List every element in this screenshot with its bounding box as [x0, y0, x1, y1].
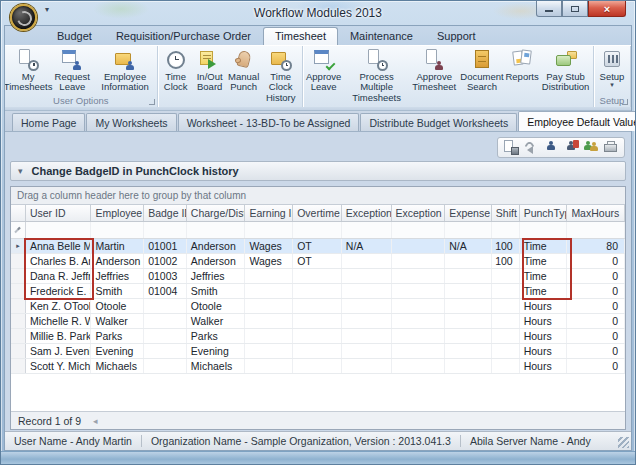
grid-cell[interactable]: [293, 359, 342, 373]
dialog-launcher-icon[interactable]: [149, 99, 155, 105]
grid-cell[interactable]: Martin: [91, 239, 144, 253]
manual-punch-button[interactable]: Manual Punch: [227, 47, 261, 95]
grid-cell[interactable]: Parks: [187, 329, 246, 343]
ribbon-tab-maintenance[interactable]: Maintenance: [338, 27, 425, 45]
column-header[interactable]: Overtime ID: [293, 205, 342, 221]
grid-cell[interactable]: Anderson: [187, 254, 246, 268]
grid-cell[interactable]: Millie B. Parks: [26, 329, 92, 343]
ribbon-tab-budget[interactable]: Budget: [45, 27, 104, 45]
ribbon-tab-support[interactable]: Support: [425, 27, 488, 45]
grid-cell[interactable]: Smith: [187, 284, 246, 298]
grid-cell[interactable]: Wages: [245, 239, 293, 253]
users-icon[interactable]: [583, 140, 599, 155]
grid-cell[interactable]: [144, 359, 187, 373]
grid-cell[interactable]: [392, 329, 446, 343]
table-row[interactable]: Ken Z. OTooleOtooleOtooleHours0: [11, 299, 625, 314]
grid-cell[interactable]: Hours: [520, 314, 568, 328]
grid-cell[interactable]: Otoole: [187, 299, 246, 313]
grid-cell[interactable]: [445, 269, 492, 283]
grid-cell[interactable]: Hours: [520, 344, 568, 358]
approve-timesheet-button[interactable]: Approve Timesheet: [410, 47, 459, 95]
grid-cell[interactable]: [293, 314, 342, 328]
setup-button[interactable]: Setup ▾: [595, 47, 629, 89]
grid-cell[interactable]: 0: [567, 284, 625, 298]
column-header[interactable]: Employee ID: [91, 205, 144, 221]
ribbon-tab-requisition[interactable]: Requisition/Purchase Order: [104, 27, 263, 45]
grid-cell[interactable]: [245, 299, 293, 313]
group-by-bar[interactable]: Drag a column header here to group by th…: [11, 187, 625, 205]
maximize-button[interactable]: [562, 1, 588, 17]
filter-cell[interactable]: [26, 222, 92, 238]
grid-cell[interactable]: [144, 314, 187, 328]
grid-cell[interactable]: Time: [520, 239, 568, 253]
grid-cell[interactable]: [144, 329, 187, 343]
user-red-icon[interactable]: [563, 140, 579, 155]
minimize-button[interactable]: [536, 1, 562, 17]
grid-cell[interactable]: [445, 284, 492, 298]
grid-cell[interactable]: 01003: [144, 269, 187, 283]
column-header[interactable]: Exception B: [392, 205, 446, 221]
ribbon-tab-timesheet[interactable]: Timesheet: [263, 27, 338, 45]
grid-cell[interactable]: 01002: [144, 254, 187, 268]
grid-cell[interactable]: [293, 299, 342, 313]
grid-cell[interactable]: [392, 254, 446, 268]
grid-cell[interactable]: [293, 329, 342, 343]
column-header[interactable]: MaxHours: [567, 205, 625, 221]
grid-cell[interactable]: Parks: [91, 329, 144, 343]
title-bar[interactable]: ▾ Workflow Modules 2013 ×: [1, 1, 635, 25]
grid-cell[interactable]: [293, 269, 342, 283]
column-header[interactable]: Shift: [492, 205, 520, 221]
grid-cell[interactable]: [445, 314, 492, 328]
grid-cell[interactable]: Otoole: [91, 299, 144, 313]
grid-cell[interactable]: [392, 269, 446, 283]
table-row[interactable]: Dana R. JeffriesJeffries01003JeffriesTim…: [11, 269, 625, 284]
tab-distribute-budget-worksheets[interactable]: Distribute Budget Worksheets: [360, 113, 517, 131]
grid-cell[interactable]: 0: [567, 329, 625, 343]
filter-cell[interactable]: [567, 222, 625, 238]
grid-cell[interactable]: Anna Belle Martin: [26, 239, 92, 253]
grid-cell[interactable]: [492, 314, 520, 328]
grid-cell[interactable]: Michelle R. Walker: [26, 314, 92, 328]
grid-cell[interactable]: [342, 284, 392, 298]
undo-icon[interactable]: [523, 140, 539, 155]
table-row[interactable]: Michelle R. WalkerWalkerWalkerHours0: [11, 314, 625, 329]
user-icon[interactable]: [543, 140, 559, 155]
column-header[interactable]: Earning ID: [245, 205, 293, 221]
grid-cell[interactable]: [245, 344, 293, 358]
grid-cell[interactable]: [392, 239, 446, 253]
document-search-button[interactable]: Document Search: [459, 47, 505, 95]
filter-cell[interactable]: [245, 222, 293, 238]
column-header[interactable]: Exception A: [342, 205, 392, 221]
filter-cell[interactable]: [445, 222, 492, 238]
request-leave-button[interactable]: Request Leave: [50, 47, 94, 95]
grid-cell[interactable]: [492, 269, 520, 283]
grid-cell[interactable]: Hours: [520, 329, 568, 343]
grid-cell[interactable]: [144, 299, 187, 313]
grid-cell[interactable]: [392, 299, 446, 313]
grid-cell[interactable]: [342, 359, 392, 373]
grid-cell[interactable]: [445, 329, 492, 343]
grid-cell[interactable]: [342, 254, 392, 268]
filter-cell[interactable]: [91, 222, 144, 238]
grid-cell[interactable]: [492, 344, 520, 358]
grid-cell[interactable]: [342, 314, 392, 328]
filter-cell[interactable]: [392, 222, 446, 238]
grid-cell[interactable]: [445, 254, 492, 268]
grid-cell[interactable]: Scott Y. Michaels: [26, 359, 92, 373]
grid-cell[interactable]: [144, 344, 187, 358]
filter-cell[interactable]: [144, 222, 187, 238]
grid-cell[interactable]: [342, 344, 392, 358]
grid-cell[interactable]: 0: [567, 299, 625, 313]
grid-cell[interactable]: Michaels: [187, 359, 246, 373]
my-timesheets-button[interactable]: My Timesheets: [6, 47, 50, 95]
filter-cell[interactable]: [492, 222, 520, 238]
grid-cell[interactable]: Evening: [187, 344, 246, 358]
column-header[interactable]: PunchType: [520, 205, 568, 221]
grid-cell[interactable]: [342, 329, 392, 343]
grid-cell[interactable]: 100: [492, 254, 520, 268]
grid-cell[interactable]: 0: [567, 344, 625, 358]
tab-worksheet-13bd[interactable]: Worksheet - 13-BD-To be Assigned: [178, 113, 360, 131]
grid-cell[interactable]: Time: [520, 269, 568, 283]
filter-cell[interactable]: [520, 222, 568, 238]
grid-cell[interactable]: Walker: [187, 314, 246, 328]
